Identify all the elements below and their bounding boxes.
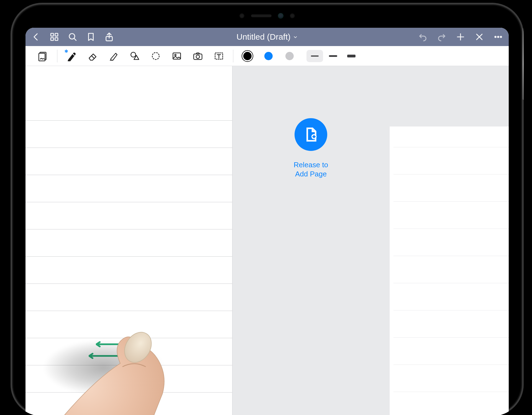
screen: Untitled (Draft) xyxy=(25,28,509,415)
svg-point-13 xyxy=(498,36,499,38)
navbar: Untitled (Draft) xyxy=(25,28,509,46)
svg-point-14 xyxy=(500,36,502,38)
add-page-label: Release to Add Page xyxy=(294,160,328,178)
svg-rect-22 xyxy=(173,53,181,59)
eraser-tool-button[interactable] xyxy=(83,48,102,64)
toolbar: ✻ xyxy=(25,46,509,66)
color-blue-button[interactable] xyxy=(259,48,278,64)
svg-point-21 xyxy=(152,52,159,59)
search-button[interactable] xyxy=(67,31,78,42)
undo-button[interactable] xyxy=(417,31,428,42)
svg-point-25 xyxy=(196,55,200,59)
ruled-paper-lines xyxy=(393,147,509,415)
document-title-text: Untitled (Draft) xyxy=(236,32,290,42)
color-black-button[interactable] xyxy=(238,48,257,64)
stroke-weight-icon xyxy=(347,55,355,57)
svg-rect-3 xyxy=(55,38,58,41)
stroke-medium-button[interactable] xyxy=(325,50,341,62)
add-button[interactable] xyxy=(455,31,466,42)
svg-rect-1 xyxy=(55,33,58,36)
color-gray-button[interactable] xyxy=(280,48,299,64)
stylus-toggle-button[interactable] xyxy=(474,31,485,42)
add-page-prompt[interactable]: Release to Add Page xyxy=(232,66,390,415)
svg-rect-16 xyxy=(39,53,45,61)
add-page-label-line2: Add Page xyxy=(294,169,328,179)
ipad-frame: Untitled (Draft) xyxy=(11,3,524,415)
sensor-cluster xyxy=(237,13,298,19)
add-page-icon xyxy=(295,118,327,151)
text-tool-button[interactable] xyxy=(209,48,229,64)
color-swatch-icon xyxy=(243,52,252,60)
camera-tool-button[interactable] xyxy=(188,48,208,64)
color-swatch-icon xyxy=(264,52,273,60)
next-page-preview[interactable] xyxy=(390,126,509,415)
canvas-area[interactable]: Release to Add Page xyxy=(25,66,509,415)
svg-point-12 xyxy=(495,36,496,38)
back-button[interactable] xyxy=(30,31,42,42)
svg-point-11 xyxy=(479,37,479,37)
stroke-weight-icon xyxy=(329,55,337,57)
share-button[interactable] xyxy=(104,31,115,42)
svg-marker-20 xyxy=(134,55,139,59)
svg-point-19 xyxy=(131,52,136,57)
image-tool-button[interactable] xyxy=(167,48,186,64)
lasso-tool-button[interactable] xyxy=(146,48,165,64)
svg-line-17 xyxy=(91,55,94,58)
stroke-weight-icon xyxy=(311,55,319,57)
device-edge-highlight xyxy=(523,28,524,100)
page-grid-button[interactable] xyxy=(49,31,60,42)
page-template-button[interactable] xyxy=(33,48,53,64)
color-swatch-icon xyxy=(285,52,294,60)
ruled-paper-lines xyxy=(25,120,232,415)
redo-button[interactable] xyxy=(436,31,447,42)
svg-line-5 xyxy=(74,39,76,41)
stroke-thick-button[interactable] xyxy=(343,50,360,62)
bluetooth-icon: ✻ xyxy=(65,49,68,54)
toolbar-separator xyxy=(233,50,233,62)
more-button[interactable] xyxy=(493,31,504,42)
svg-rect-2 xyxy=(51,38,53,41)
add-page-label-line1: Release to xyxy=(294,160,328,169)
pen-tool-button[interactable]: ✻ xyxy=(62,48,81,64)
stroke-thin-button[interactable] xyxy=(306,50,323,62)
current-page[interactable] xyxy=(25,66,232,415)
shapes-tool-button[interactable] xyxy=(125,48,144,64)
svg-rect-0 xyxy=(51,33,53,36)
bookmark-button[interactable] xyxy=(85,31,96,42)
chevron-down-icon xyxy=(293,32,298,42)
svg-point-23 xyxy=(175,54,176,55)
highlighter-tool-button[interactable] xyxy=(104,48,123,64)
toolbar-separator xyxy=(57,50,57,62)
